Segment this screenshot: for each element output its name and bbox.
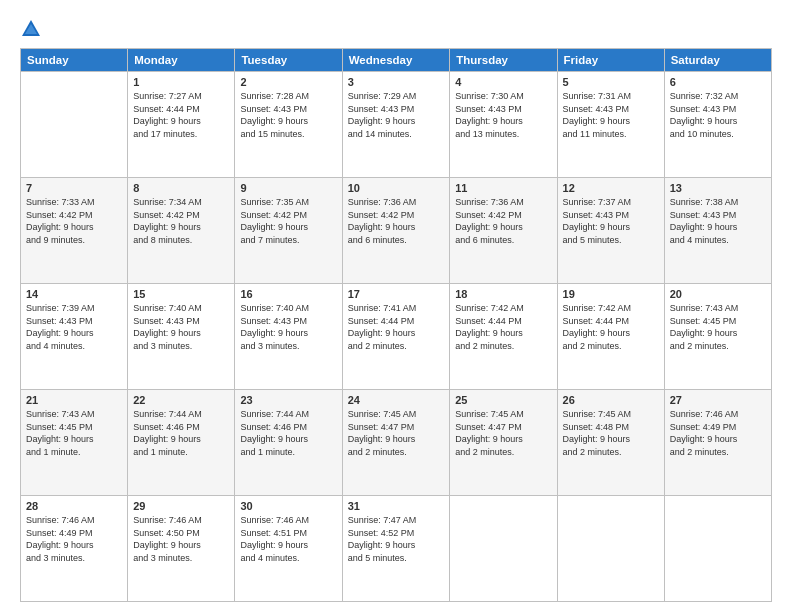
calendar-cell: 28Sunrise: 7:46 AM Sunset: 4:49 PM Dayli… bbox=[21, 496, 128, 602]
day-info: Sunrise: 7:34 AM Sunset: 4:42 PM Dayligh… bbox=[133, 196, 229, 246]
calendar-cell: 25Sunrise: 7:45 AM Sunset: 4:47 PM Dayli… bbox=[450, 390, 557, 496]
day-info: Sunrise: 7:31 AM Sunset: 4:43 PM Dayligh… bbox=[563, 90, 659, 140]
day-info: Sunrise: 7:30 AM Sunset: 4:43 PM Dayligh… bbox=[455, 90, 551, 140]
day-info: Sunrise: 7:43 AM Sunset: 4:45 PM Dayligh… bbox=[26, 408, 122, 458]
logo bbox=[20, 18, 44, 40]
calendar-header-sunday: Sunday bbox=[21, 49, 128, 72]
calendar-header-wednesday: Wednesday bbox=[342, 49, 450, 72]
logo-icon bbox=[20, 18, 42, 40]
day-info: Sunrise: 7:46 AM Sunset: 4:49 PM Dayligh… bbox=[26, 514, 122, 564]
calendar-header-tuesday: Tuesday bbox=[235, 49, 342, 72]
day-info: Sunrise: 7:46 AM Sunset: 4:50 PM Dayligh… bbox=[133, 514, 229, 564]
day-number: 9 bbox=[240, 182, 336, 194]
calendar-cell: 24Sunrise: 7:45 AM Sunset: 4:47 PM Dayli… bbox=[342, 390, 450, 496]
day-number: 15 bbox=[133, 288, 229, 300]
day-number: 12 bbox=[563, 182, 659, 194]
day-info: Sunrise: 7:38 AM Sunset: 4:43 PM Dayligh… bbox=[670, 196, 766, 246]
calendar-cell bbox=[557, 496, 664, 602]
calendar-cell: 13Sunrise: 7:38 AM Sunset: 4:43 PM Dayli… bbox=[664, 178, 771, 284]
day-number: 11 bbox=[455, 182, 551, 194]
calendar-table: SundayMondayTuesdayWednesdayThursdayFrid… bbox=[20, 48, 772, 602]
day-info: Sunrise: 7:40 AM Sunset: 4:43 PM Dayligh… bbox=[240, 302, 336, 352]
calendar-header-thursday: Thursday bbox=[450, 49, 557, 72]
calendar-cell: 27Sunrise: 7:46 AM Sunset: 4:49 PM Dayli… bbox=[664, 390, 771, 496]
calendar-header-saturday: Saturday bbox=[664, 49, 771, 72]
day-number: 29 bbox=[133, 500, 229, 512]
day-number: 20 bbox=[670, 288, 766, 300]
day-info: Sunrise: 7:37 AM Sunset: 4:43 PM Dayligh… bbox=[563, 196, 659, 246]
calendar-cell: 20Sunrise: 7:43 AM Sunset: 4:45 PM Dayli… bbox=[664, 284, 771, 390]
calendar-cell: 14Sunrise: 7:39 AM Sunset: 4:43 PM Dayli… bbox=[21, 284, 128, 390]
day-number: 28 bbox=[26, 500, 122, 512]
day-number: 8 bbox=[133, 182, 229, 194]
calendar-header-row: SundayMondayTuesdayWednesdayThursdayFrid… bbox=[21, 49, 772, 72]
day-number: 7 bbox=[26, 182, 122, 194]
calendar-cell: 9Sunrise: 7:35 AM Sunset: 4:42 PM Daylig… bbox=[235, 178, 342, 284]
day-number: 21 bbox=[26, 394, 122, 406]
day-number: 4 bbox=[455, 76, 551, 88]
calendar-cell: 11Sunrise: 7:36 AM Sunset: 4:42 PM Dayli… bbox=[450, 178, 557, 284]
day-info: Sunrise: 7:45 AM Sunset: 4:47 PM Dayligh… bbox=[348, 408, 445, 458]
calendar-cell: 23Sunrise: 7:44 AM Sunset: 4:46 PM Dayli… bbox=[235, 390, 342, 496]
day-info: Sunrise: 7:32 AM Sunset: 4:43 PM Dayligh… bbox=[670, 90, 766, 140]
header bbox=[20, 18, 772, 40]
day-info: Sunrise: 7:36 AM Sunset: 4:42 PM Dayligh… bbox=[455, 196, 551, 246]
day-number: 14 bbox=[26, 288, 122, 300]
calendar-cell: 10Sunrise: 7:36 AM Sunset: 4:42 PM Dayli… bbox=[342, 178, 450, 284]
calendar-cell bbox=[21, 72, 128, 178]
calendar-week-row: 1Sunrise: 7:27 AM Sunset: 4:44 PM Daylig… bbox=[21, 72, 772, 178]
day-number: 5 bbox=[563, 76, 659, 88]
day-number: 18 bbox=[455, 288, 551, 300]
calendar-cell: 19Sunrise: 7:42 AM Sunset: 4:44 PM Dayli… bbox=[557, 284, 664, 390]
day-number: 2 bbox=[240, 76, 336, 88]
day-number: 22 bbox=[133, 394, 229, 406]
day-info: Sunrise: 7:33 AM Sunset: 4:42 PM Dayligh… bbox=[26, 196, 122, 246]
day-info: Sunrise: 7:29 AM Sunset: 4:43 PM Dayligh… bbox=[348, 90, 445, 140]
calendar-cell: 30Sunrise: 7:46 AM Sunset: 4:51 PM Dayli… bbox=[235, 496, 342, 602]
calendar-cell: 6Sunrise: 7:32 AM Sunset: 4:43 PM Daylig… bbox=[664, 72, 771, 178]
day-info: Sunrise: 7:47 AM Sunset: 4:52 PM Dayligh… bbox=[348, 514, 445, 564]
calendar-cell bbox=[664, 496, 771, 602]
day-info: Sunrise: 7:45 AM Sunset: 4:47 PM Dayligh… bbox=[455, 408, 551, 458]
calendar-cell: 3Sunrise: 7:29 AM Sunset: 4:43 PM Daylig… bbox=[342, 72, 450, 178]
day-info: Sunrise: 7:46 AM Sunset: 4:49 PM Dayligh… bbox=[670, 408, 766, 458]
day-info: Sunrise: 7:46 AM Sunset: 4:51 PM Dayligh… bbox=[240, 514, 336, 564]
calendar-cell: 17Sunrise: 7:41 AM Sunset: 4:44 PM Dayli… bbox=[342, 284, 450, 390]
day-info: Sunrise: 7:27 AM Sunset: 4:44 PM Dayligh… bbox=[133, 90, 229, 140]
day-number: 25 bbox=[455, 394, 551, 406]
day-info: Sunrise: 7:44 AM Sunset: 4:46 PM Dayligh… bbox=[133, 408, 229, 458]
day-number: 13 bbox=[670, 182, 766, 194]
calendar-cell: 18Sunrise: 7:42 AM Sunset: 4:44 PM Dayli… bbox=[450, 284, 557, 390]
day-number: 23 bbox=[240, 394, 336, 406]
day-info: Sunrise: 7:36 AM Sunset: 4:42 PM Dayligh… bbox=[348, 196, 445, 246]
calendar-cell: 1Sunrise: 7:27 AM Sunset: 4:44 PM Daylig… bbox=[128, 72, 235, 178]
day-number: 6 bbox=[670, 76, 766, 88]
calendar-cell bbox=[450, 496, 557, 602]
day-info: Sunrise: 7:40 AM Sunset: 4:43 PM Dayligh… bbox=[133, 302, 229, 352]
day-info: Sunrise: 7:42 AM Sunset: 4:44 PM Dayligh… bbox=[563, 302, 659, 352]
calendar-cell: 16Sunrise: 7:40 AM Sunset: 4:43 PM Dayli… bbox=[235, 284, 342, 390]
day-info: Sunrise: 7:43 AM Sunset: 4:45 PM Dayligh… bbox=[670, 302, 766, 352]
day-number: 17 bbox=[348, 288, 445, 300]
day-number: 1 bbox=[133, 76, 229, 88]
day-number: 30 bbox=[240, 500, 336, 512]
calendar-cell: 2Sunrise: 7:28 AM Sunset: 4:43 PM Daylig… bbox=[235, 72, 342, 178]
calendar-cell: 15Sunrise: 7:40 AM Sunset: 4:43 PM Dayli… bbox=[128, 284, 235, 390]
calendar-cell: 4Sunrise: 7:30 AM Sunset: 4:43 PM Daylig… bbox=[450, 72, 557, 178]
calendar-cell: 8Sunrise: 7:34 AM Sunset: 4:42 PM Daylig… bbox=[128, 178, 235, 284]
calendar-cell: 29Sunrise: 7:46 AM Sunset: 4:50 PM Dayli… bbox=[128, 496, 235, 602]
day-number: 3 bbox=[348, 76, 445, 88]
day-info: Sunrise: 7:45 AM Sunset: 4:48 PM Dayligh… bbox=[563, 408, 659, 458]
calendar-week-row: 14Sunrise: 7:39 AM Sunset: 4:43 PM Dayli… bbox=[21, 284, 772, 390]
day-number: 16 bbox=[240, 288, 336, 300]
day-info: Sunrise: 7:28 AM Sunset: 4:43 PM Dayligh… bbox=[240, 90, 336, 140]
page: SundayMondayTuesdayWednesdayThursdayFrid… bbox=[0, 0, 792, 612]
calendar-cell: 22Sunrise: 7:44 AM Sunset: 4:46 PM Dayli… bbox=[128, 390, 235, 496]
calendar-cell: 31Sunrise: 7:47 AM Sunset: 4:52 PM Dayli… bbox=[342, 496, 450, 602]
day-info: Sunrise: 7:41 AM Sunset: 4:44 PM Dayligh… bbox=[348, 302, 445, 352]
day-number: 19 bbox=[563, 288, 659, 300]
day-info: Sunrise: 7:39 AM Sunset: 4:43 PM Dayligh… bbox=[26, 302, 122, 352]
day-number: 10 bbox=[348, 182, 445, 194]
day-number: 31 bbox=[348, 500, 445, 512]
calendar-cell: 5Sunrise: 7:31 AM Sunset: 4:43 PM Daylig… bbox=[557, 72, 664, 178]
